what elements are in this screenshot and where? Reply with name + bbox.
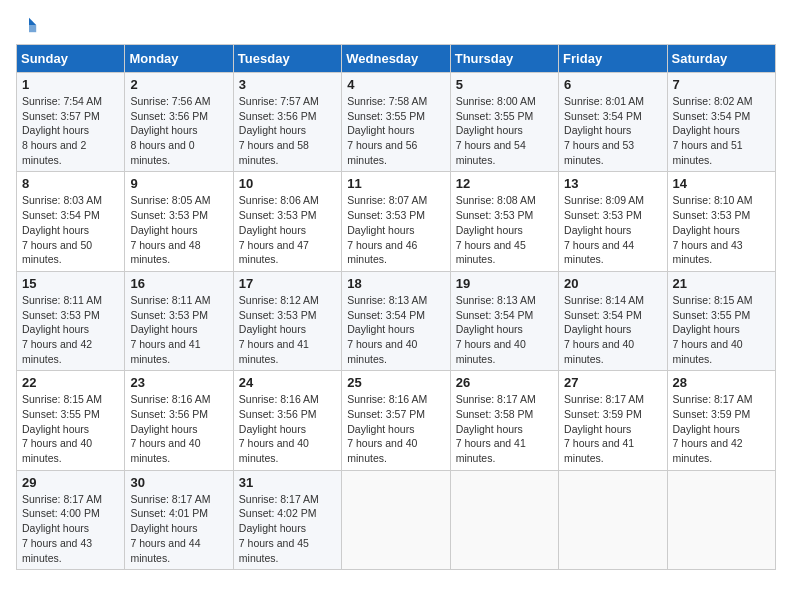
calendar-day-21: 21 Sunrise: 8:15 AM Sunset: 3:55 PM Dayl… bbox=[667, 271, 775, 370]
calendar-week-2: 8 Sunrise: 8:03 AM Sunset: 3:54 PM Dayli… bbox=[17, 172, 776, 271]
day-info: Sunrise: 8:00 AM Sunset: 3:55 PM Dayligh… bbox=[456, 95, 536, 166]
day-info: Sunrise: 8:17 AM Sunset: 3:59 PM Dayligh… bbox=[564, 393, 644, 464]
day-number: 26 bbox=[456, 375, 553, 390]
day-number: 5 bbox=[456, 77, 553, 92]
day-number: 7 bbox=[673, 77, 770, 92]
calendar-day-13: 13 Sunrise: 8:09 AM Sunset: 3:53 PM Dayl… bbox=[559, 172, 667, 271]
calendar-day-10: 10 Sunrise: 8:06 AM Sunset: 3:53 PM Dayl… bbox=[233, 172, 341, 271]
column-header-wednesday: Wednesday bbox=[342, 45, 450, 73]
day-number: 22 bbox=[22, 375, 119, 390]
day-number: 30 bbox=[130, 475, 227, 490]
day-info: Sunrise: 8:17 AM Sunset: 4:02 PM Dayligh… bbox=[239, 493, 319, 564]
day-number: 3 bbox=[239, 77, 336, 92]
day-info: Sunrise: 7:58 AM Sunset: 3:55 PM Dayligh… bbox=[347, 95, 427, 166]
day-info: Sunrise: 8:06 AM Sunset: 3:53 PM Dayligh… bbox=[239, 194, 319, 265]
calendar-day-24: 24 Sunrise: 8:16 AM Sunset: 3:56 PM Dayl… bbox=[233, 371, 341, 470]
day-info: Sunrise: 8:12 AM Sunset: 3:53 PM Dayligh… bbox=[239, 294, 319, 365]
page-header bbox=[16, 16, 776, 34]
day-info: Sunrise: 8:14 AM Sunset: 3:54 PM Dayligh… bbox=[564, 294, 644, 365]
calendar-day-16: 16 Sunrise: 8:11 AM Sunset: 3:53 PM Dayl… bbox=[125, 271, 233, 370]
day-number: 10 bbox=[239, 176, 336, 191]
calendar-day-20: 20 Sunrise: 8:14 AM Sunset: 3:54 PM Dayl… bbox=[559, 271, 667, 370]
day-info: Sunrise: 8:17 AM Sunset: 3:59 PM Dayligh… bbox=[673, 393, 753, 464]
day-number: 18 bbox=[347, 276, 444, 291]
calendar-day-17: 17 Sunrise: 8:12 AM Sunset: 3:53 PM Dayl… bbox=[233, 271, 341, 370]
day-number: 6 bbox=[564, 77, 661, 92]
calendar-day-7: 7 Sunrise: 8:02 AM Sunset: 3:54 PM Dayli… bbox=[667, 73, 775, 172]
calendar-day-25: 25 Sunrise: 8:16 AM Sunset: 3:57 PM Dayl… bbox=[342, 371, 450, 470]
svg-marker-1 bbox=[29, 25, 36, 32]
empty-cell bbox=[559, 470, 667, 569]
day-number: 19 bbox=[456, 276, 553, 291]
day-number: 23 bbox=[130, 375, 227, 390]
calendar-day-3: 3 Sunrise: 7:57 AM Sunset: 3:56 PM Dayli… bbox=[233, 73, 341, 172]
day-info: Sunrise: 8:17 AM Sunset: 3:58 PM Dayligh… bbox=[456, 393, 536, 464]
day-info: Sunrise: 8:03 AM Sunset: 3:54 PM Dayligh… bbox=[22, 194, 102, 265]
day-info: Sunrise: 8:13 AM Sunset: 3:54 PM Dayligh… bbox=[347, 294, 427, 365]
logo-icon bbox=[20, 16, 38, 34]
calendar-day-23: 23 Sunrise: 8:16 AM Sunset: 3:56 PM Dayl… bbox=[125, 371, 233, 470]
svg-marker-0 bbox=[29, 18, 36, 25]
calendar-day-26: 26 Sunrise: 8:17 AM Sunset: 3:58 PM Dayl… bbox=[450, 371, 558, 470]
day-info: Sunrise: 8:16 AM Sunset: 3:56 PM Dayligh… bbox=[239, 393, 319, 464]
day-info: Sunrise: 8:05 AM Sunset: 3:53 PM Dayligh… bbox=[130, 194, 210, 265]
empty-cell bbox=[667, 470, 775, 569]
calendar-day-8: 8 Sunrise: 8:03 AM Sunset: 3:54 PM Dayli… bbox=[17, 172, 125, 271]
day-number: 31 bbox=[239, 475, 336, 490]
day-info: Sunrise: 8:11 AM Sunset: 3:53 PM Dayligh… bbox=[130, 294, 210, 365]
column-header-friday: Friday bbox=[559, 45, 667, 73]
calendar-day-9: 9 Sunrise: 8:05 AM Sunset: 3:53 PM Dayli… bbox=[125, 172, 233, 271]
calendar-table: SundayMondayTuesdayWednesdayThursdayFrid… bbox=[16, 44, 776, 570]
calendar-day-11: 11 Sunrise: 8:07 AM Sunset: 3:53 PM Dayl… bbox=[342, 172, 450, 271]
day-number: 2 bbox=[130, 77, 227, 92]
empty-cell bbox=[342, 470, 450, 569]
calendar-header-row: SundayMondayTuesdayWednesdayThursdayFrid… bbox=[17, 45, 776, 73]
day-info: Sunrise: 7:56 AM Sunset: 3:56 PM Dayligh… bbox=[130, 95, 210, 166]
column-header-monday: Monday bbox=[125, 45, 233, 73]
calendar-day-4: 4 Sunrise: 7:58 AM Sunset: 3:55 PM Dayli… bbox=[342, 73, 450, 172]
day-info: Sunrise: 8:17 AM Sunset: 4:01 PM Dayligh… bbox=[130, 493, 210, 564]
day-number: 14 bbox=[673, 176, 770, 191]
logo bbox=[16, 16, 38, 34]
day-info: Sunrise: 8:17 AM Sunset: 4:00 PM Dayligh… bbox=[22, 493, 102, 564]
day-number: 8 bbox=[22, 176, 119, 191]
day-number: 21 bbox=[673, 276, 770, 291]
day-number: 29 bbox=[22, 475, 119, 490]
day-number: 4 bbox=[347, 77, 444, 92]
day-number: 15 bbox=[22, 276, 119, 291]
day-number: 16 bbox=[130, 276, 227, 291]
column-header-saturday: Saturday bbox=[667, 45, 775, 73]
day-info: Sunrise: 8:16 AM Sunset: 3:56 PM Dayligh… bbox=[130, 393, 210, 464]
calendar-day-2: 2 Sunrise: 7:56 AM Sunset: 3:56 PM Dayli… bbox=[125, 73, 233, 172]
column-header-sunday: Sunday bbox=[17, 45, 125, 73]
day-number: 25 bbox=[347, 375, 444, 390]
day-info: Sunrise: 8:01 AM Sunset: 3:54 PM Dayligh… bbox=[564, 95, 644, 166]
calendar-day-18: 18 Sunrise: 8:13 AM Sunset: 3:54 PM Dayl… bbox=[342, 271, 450, 370]
day-number: 1 bbox=[22, 77, 119, 92]
calendar-day-14: 14 Sunrise: 8:10 AM Sunset: 3:53 PM Dayl… bbox=[667, 172, 775, 271]
day-info: Sunrise: 8:11 AM Sunset: 3:53 PM Dayligh… bbox=[22, 294, 102, 365]
calendar-day-6: 6 Sunrise: 8:01 AM Sunset: 3:54 PM Dayli… bbox=[559, 73, 667, 172]
calendar-week-3: 15 Sunrise: 8:11 AM Sunset: 3:53 PM Dayl… bbox=[17, 271, 776, 370]
calendar-day-28: 28 Sunrise: 8:17 AM Sunset: 3:59 PM Dayl… bbox=[667, 371, 775, 470]
day-number: 9 bbox=[130, 176, 227, 191]
day-info: Sunrise: 8:16 AM Sunset: 3:57 PM Dayligh… bbox=[347, 393, 427, 464]
day-number: 11 bbox=[347, 176, 444, 191]
day-info: Sunrise: 8:13 AM Sunset: 3:54 PM Dayligh… bbox=[456, 294, 536, 365]
day-number: 20 bbox=[564, 276, 661, 291]
column-header-thursday: Thursday bbox=[450, 45, 558, 73]
calendar-day-22: 22 Sunrise: 8:15 AM Sunset: 3:55 PM Dayl… bbox=[17, 371, 125, 470]
empty-cell bbox=[450, 470, 558, 569]
day-number: 12 bbox=[456, 176, 553, 191]
day-info: Sunrise: 8:02 AM Sunset: 3:54 PM Dayligh… bbox=[673, 95, 753, 166]
day-info: Sunrise: 8:15 AM Sunset: 3:55 PM Dayligh… bbox=[673, 294, 753, 365]
calendar-day-29: 29 Sunrise: 8:17 AM Sunset: 4:00 PM Dayl… bbox=[17, 470, 125, 569]
day-info: Sunrise: 8:07 AM Sunset: 3:53 PM Dayligh… bbox=[347, 194, 427, 265]
calendar-day-27: 27 Sunrise: 8:17 AM Sunset: 3:59 PM Dayl… bbox=[559, 371, 667, 470]
calendar-week-5: 29 Sunrise: 8:17 AM Sunset: 4:00 PM Dayl… bbox=[17, 470, 776, 569]
calendar-day-1: 1 Sunrise: 7:54 AM Sunset: 3:57 PM Dayli… bbox=[17, 73, 125, 172]
day-number: 27 bbox=[564, 375, 661, 390]
calendar-day-19: 19 Sunrise: 8:13 AM Sunset: 3:54 PM Dayl… bbox=[450, 271, 558, 370]
calendar-day-31: 31 Sunrise: 8:17 AM Sunset: 4:02 PM Dayl… bbox=[233, 470, 341, 569]
day-info: Sunrise: 8:15 AM Sunset: 3:55 PM Dayligh… bbox=[22, 393, 102, 464]
